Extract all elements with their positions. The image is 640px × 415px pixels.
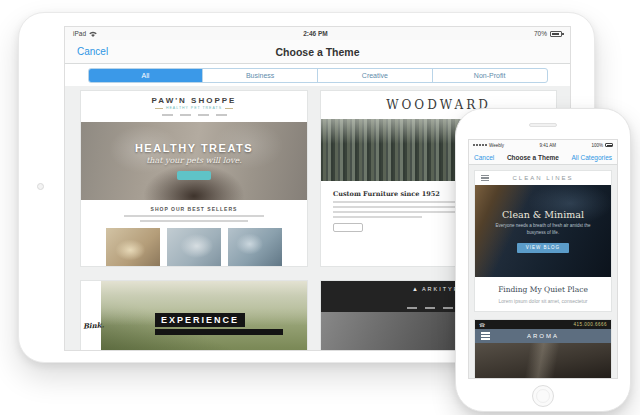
bink-logo: Bink. (83, 320, 105, 330)
pawn-shop-button (177, 171, 211, 180)
aroma-top-bar: ☎ 415.000.6666 (475, 320, 611, 329)
theme-card-clean-lines[interactable]: CLEAN LINES Clean & Minimal Everyone nee… (474, 170, 612, 312)
kittens-photo (228, 228, 282, 267)
battery-percent: 70% (534, 30, 547, 37)
text-placeholder-line (124, 215, 264, 217)
bink-hero-title: EXPERIENCE (155, 313, 245, 327)
cat-photo (167, 228, 221, 267)
post-title: Finding My Quiet Place (479, 285, 607, 294)
aroma-hero-photo (475, 343, 611, 379)
iphone-nav-bar: Cancel Choose a Theme All Categories (469, 150, 617, 165)
ipad-status-bar: iPad 2:46 PM 70% (65, 27, 570, 40)
signal-dots-icon (473, 144, 487, 146)
text-placeholder-line (140, 220, 248, 222)
home-button[interactable] (532, 385, 554, 407)
theme-card-pawn-shoppe[interactable]: PAW'N SHOPPE HEALTHY PET TREATS HEALTHY … (80, 90, 308, 267)
text-placeholder-line (333, 211, 470, 213)
pawn-nav-links (81, 114, 307, 116)
iphone-time: 9:41 AM (539, 143, 556, 148)
aroma-nav-bar: AROMA (475, 329, 611, 343)
text-placeholder-line (333, 216, 422, 218)
clean-lines-brand: CLEAN LINES (475, 175, 611, 181)
clean-lines-hero-photo: Clean & Minimal Everyone needs a breath … (475, 185, 611, 277)
page-title: Choose a Theme (65, 46, 570, 58)
pawn-header: PAW'N SHOPPE HEALTHY PET TREATS (81, 91, 307, 119)
cancel-button[interactable]: Cancel (77, 46, 108, 57)
dog-photo (106, 228, 160, 267)
tab-creative[interactable]: Creative (317, 69, 432, 82)
read-more-button (333, 223, 363, 232)
iphone-status-bar: Weebly 9:41 AM 100% (469, 140, 617, 150)
ipad-nav-bar: Cancel Choose a Theme (65, 40, 570, 64)
pawn-brand: PAW'N SHOPPE (81, 96, 307, 105)
battery-icon (550, 31, 562, 37)
pawn-tagline-text: HEALTHY PET TREATS (166, 106, 222, 110)
pawn-section-title: SHOP OUR BEST SELLERS (81, 206, 307, 212)
clean-lines-hero-title: Clean & Minimal (502, 209, 584, 220)
iphone-screen: Weebly 9:41 AM 100% Cancel Choose a Them… (468, 139, 618, 379)
clean-lines-header: CLEAN LINES (475, 171, 611, 185)
pawn-hero-title: HEALTHY TREATS (135, 142, 253, 154)
category-tabs-bar: All Business Creative Non-Profit (65, 64, 570, 86)
aroma-phone-number: 415.000.6666 (573, 322, 607, 327)
iphone-device: Weebly 9:41 AM 100% Cancel Choose a Them… (455, 108, 631, 412)
battery-icon (605, 143, 613, 147)
iphone-theme-list: CLEAN LINES Clean & Minimal Everyone nee… (469, 165, 617, 379)
status-time: 2:46 PM (303, 30, 328, 37)
wifi-icon (89, 31, 97, 37)
post-excerpt: Lorem ipsum dolor sit amet, consectetur (479, 298, 607, 304)
text-placeholder-line (333, 206, 467, 208)
view-blog-button: VIEW BLOG (517, 243, 569, 253)
tab-non-profit[interactable]: Non-Profit (432, 69, 547, 82)
all-categories-button[interactable]: All Categories (572, 154, 612, 161)
page-title: Choose a Theme (507, 154, 559, 161)
iphone-battery-percent: 100% (591, 143, 603, 148)
bink-hero-subtitle-bar (155, 329, 283, 335)
theme-card-aroma[interactable]: ☎ 415.000.6666 AROMA (474, 319, 612, 379)
aroma-brand: AROMA (475, 333, 611, 339)
tab-business[interactable]: Business (202, 69, 317, 82)
clean-lines-hero-text: Everyone needs a breath of fresh air ami… (493, 223, 593, 237)
category-segmented-control: All Business Creative Non-Profit (88, 68, 548, 83)
pawn-tagline: HEALTHY PET TREATS (81, 106, 307, 110)
pawn-hero-image: HEALTHY TREATS that your pets will love. (81, 122, 307, 200)
pawn-hero-subtitle: that your pets will love. (146, 156, 242, 165)
camera-icon (37, 183, 44, 190)
cancel-button[interactable]: Cancel (474, 154, 494, 161)
tab-all[interactable]: All (89, 69, 203, 82)
phone-icon: ☎ (479, 322, 485, 328)
clean-lines-post: Finding My Quiet Place Lorem ipsum dolor… (475, 277, 611, 311)
bink-sidebar: Bink. (81, 281, 101, 351)
text-placeholder-line (333, 201, 475, 203)
speaker-icon (529, 123, 557, 127)
pawn-best-sellers-section: SHOP OUR BEST SELLERS (81, 200, 307, 267)
theme-card-bink[interactable]: Bink. EXPERIENCE (80, 280, 308, 351)
arkitype-logo-icon: ▲ (412, 286, 418, 292)
status-carrier: iPad (73, 30, 86, 37)
pawn-product-thumbs (81, 228, 307, 267)
hills-photo: EXPERIENCE (101, 281, 307, 351)
iphone-carrier: Weebly (489, 143, 504, 148)
